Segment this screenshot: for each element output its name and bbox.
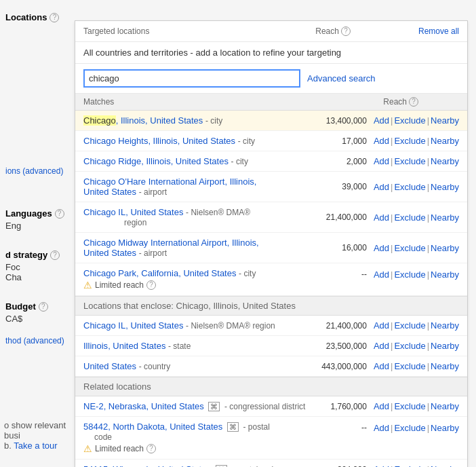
locations-label: Locations: [5, 12, 47, 22]
location-suffix: , Illinois: [227, 238, 256, 248]
exclude-link[interactable]: Exclude: [394, 182, 425, 192]
add-link[interactable]: Add: [374, 320, 389, 331]
nearby-link[interactable]: Nearby: [431, 212, 459, 223]
reach-value: 2,000: [313, 157, 374, 166]
add-link[interactable]: Add: [374, 464, 389, 467]
location-name: United States: [83, 361, 136, 371]
targeted-header: Targeted locations Reach ? Remove all: [75, 21, 467, 42]
location-suffix: , United States: [108, 341, 165, 351]
advanced-search-link[interactable]: Advanced search: [307, 73, 375, 83]
nearby-link[interactable]: Nearby: [431, 341, 459, 351]
add-link[interactable]: Add: [374, 269, 389, 280]
advanced-locations-label[interactable]: ions (advanced): [0, 164, 78, 179]
nearby-link[interactable]: Nearby: [431, 243, 459, 253]
location-suffix2: , United States: [178, 268, 236, 278]
bid-strategy-value: Foc: [5, 262, 73, 272]
exclude-link[interactable]: Exclude: [394, 212, 425, 223]
reach-column-header: Reach: [383, 97, 407, 107]
add-link[interactable]: Add: [374, 182, 389, 192]
reach-column-help-icon[interactable]: ?: [409, 97, 418, 107]
exclude-link[interactable]: Exclude: [394, 341, 425, 351]
limited-reach-help-icon[interactable]: ?: [146, 444, 156, 453]
encloses-header: Locations that enclose: Chicago, Illinoi…: [75, 296, 467, 316]
exclude-link[interactable]: Exclude: [394, 269, 425, 280]
location-name: Illinois: [83, 341, 108, 351]
add-link[interactable]: Add: [374, 136, 389, 146]
reach-value: 204,000: [313, 465, 374, 468]
languages-help-icon[interactable]: ?: [55, 209, 64, 219]
exclude-link[interactable]: Exclude: [394, 423, 425, 433]
nearby-link[interactable]: Nearby: [431, 115, 459, 126]
location-type: - postal: [243, 422, 270, 432]
method-label[interactable]: thod (advanced): [5, 336, 73, 345]
exclude-link[interactable]: Exclude: [394, 115, 425, 126]
exclude-link[interactable]: Exclude: [394, 401, 425, 411]
nearby-link[interactable]: Nearby: [431, 320, 459, 331]
exclude-link[interactable]: Exclude: [394, 136, 425, 146]
action-links: Add|Exclude|Nearby: [374, 320, 459, 331]
add-link[interactable]: Add: [374, 156, 389, 166]
add-link[interactable]: Add: [374, 401, 389, 411]
location-cell: Illinois, United States - state: [83, 341, 313, 351]
reach-value: 21,400,000: [313, 321, 374, 331]
location-name: Chicago Park: [83, 268, 136, 278]
bid-strategy-label: d strategy: [5, 250, 47, 260]
location-suffix: , United States: [125, 320, 183, 331]
nearby-link[interactable]: Nearby: [431, 136, 459, 146]
exclude-link[interactable]: Exclude: [394, 464, 425, 467]
result-row: Chicago IL, United States - Nielsen® DMA…: [75, 316, 467, 336]
location-cell: United States - country: [83, 361, 313, 371]
limited-reach-text: Limited reach: [95, 280, 144, 290]
location-type: - airport: [139, 248, 167, 258]
add-link[interactable]: Add: [374, 212, 389, 223]
add-link[interactable]: Add: [374, 243, 389, 253]
nearby-link[interactable]: Nearby: [431, 423, 459, 433]
add-link[interactable]: Add: [374, 423, 389, 433]
reach-help-icon[interactable]: ?: [341, 26, 351, 36]
nearby-link[interactable]: Nearby: [431, 269, 459, 280]
location-cell: Chicago, Illinois, United States - city: [83, 115, 313, 126]
result-row: Chicago Midway International Airport, Il…: [75, 233, 467, 263]
nearby-link[interactable]: Nearby: [431, 401, 459, 411]
exclude-link[interactable]: Exclude: [394, 243, 425, 253]
location-name-highlight: Chicago: [83, 115, 116, 126]
reach-value: 13,400,000: [313, 116, 374, 126]
bid-strategy-help-icon[interactable]: ?: [50, 250, 60, 260]
exclude-link[interactable]: Exclude: [394, 156, 425, 166]
nearby-link[interactable]: Nearby: [431, 361, 459, 371]
locations-help-icon[interactable]: ?: [49, 13, 59, 22]
location-type: - city: [205, 116, 222, 126]
budget-label: Budget: [5, 301, 36, 312]
exclude-link[interactable]: Exclude: [394, 361, 425, 371]
nearby-link[interactable]: Nearby: [431, 464, 459, 467]
search-row: Advanced search: [75, 64, 467, 94]
all-countries-text: All countries and territories - add a lo…: [83, 48, 341, 58]
location-cell: Chicago IL, United States - Nielsen® DMA…: [83, 207, 313, 227]
all-countries-bar: All countries and territories - add a lo…: [75, 42, 467, 64]
location-name: Chicago O'Hare International Airport: [83, 176, 224, 187]
location-cell: Chicago Park, California, United States …: [83, 268, 313, 291]
chat-icon: ⌘: [227, 422, 239, 432]
take-tour-link[interactable]: Take a tour: [14, 441, 57, 451]
reach-value: 1,760,000: [313, 402, 374, 411]
remove-all-button[interactable]: Remove all: [418, 26, 459, 36]
encloses-header-text: Locations that enclose: Chicago, Illinoi…: [83, 301, 296, 311]
nearby-link[interactable]: Nearby: [431, 156, 459, 166]
limited-reach-help-icon[interactable]: ?: [146, 280, 156, 290]
reach-value: 21,400,000: [313, 212, 374, 222]
location-type: - city: [239, 269, 256, 278]
add-link[interactable]: Add: [374, 341, 389, 351]
action-links: Add|Exclude|Nearby: [374, 182, 459, 192]
search-input[interactable]: [83, 69, 300, 88]
budget-help-icon[interactable]: ?: [39, 302, 48, 312]
location-suffix2: , United States: [153, 464, 211, 467]
main-content: Targeted locations Reach ? Remove all Al…: [75, 20, 468, 467]
add-link[interactable]: Add: [374, 361, 389, 371]
nearby-link[interactable]: Nearby: [431, 182, 459, 192]
related-header-text: Related locations: [83, 381, 151, 392]
exclude-link[interactable]: Exclude: [394, 320, 425, 331]
action-links: Add|Exclude|Nearby: [374, 156, 459, 166]
bottom-note: o show relevant busib. Take a tour: [4, 420, 66, 451]
reach-value: 23,500,000: [313, 341, 374, 351]
add-link[interactable]: Add: [374, 115, 389, 126]
